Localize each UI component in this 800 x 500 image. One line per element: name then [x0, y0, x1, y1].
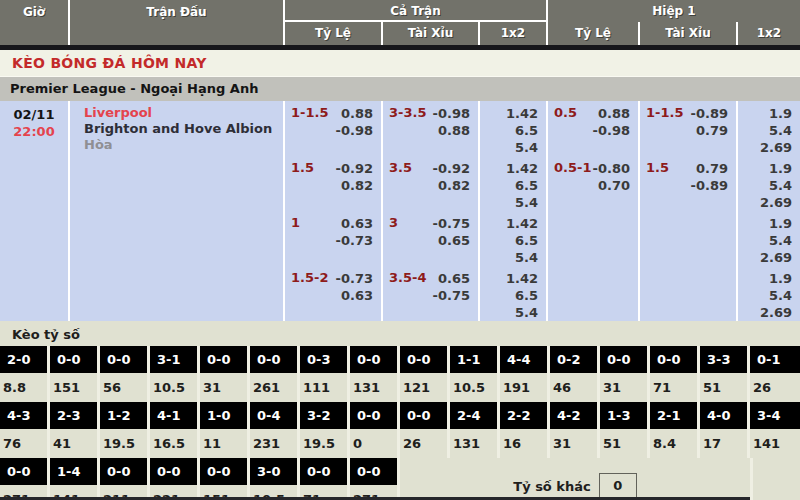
score-cell[interactable]: 0-071 [650, 346, 700, 402]
score-cell[interactable]: 0-0221 [150, 458, 200, 500]
score-cell[interactable]: 3-351 [700, 346, 750, 402]
score-cell[interactable]: 0-4231 [250, 402, 300, 458]
score-cell[interactable]: 2-18.4 [650, 402, 700, 458]
score-value[interactable]: 1-1 [450, 346, 497, 373]
score-cell[interactable]: 4-017 [700, 402, 750, 458]
h1-1x2-cell[interactable]: 1.95.42.69 [738, 156, 800, 211]
score-value[interactable]: 0-0 [350, 346, 397, 373]
h1-1x2-cell[interactable]: 1.95.42.69 [738, 266, 800, 321]
score-cell[interactable]: 4-116.5 [150, 402, 200, 458]
score-cell[interactable]: 0-031 [600, 346, 650, 402]
score-value[interactable]: 0-0 [100, 346, 147, 373]
score-value[interactable]: 0-0 [0, 458, 47, 485]
score-cell[interactable]: 1-219.5 [100, 402, 150, 458]
score-cell[interactable]: 2-08.8 [0, 346, 50, 402]
score-value[interactable]: 0-1 [750, 346, 800, 373]
score-cell[interactable]: 2-216 [500, 402, 550, 458]
h1-overunder-cell[interactable]: 1.50.79-0.89 [640, 156, 738, 211]
ft-1x2-cell[interactable]: 1.426.55.4 [480, 156, 548, 211]
score-cell[interactable]: 0-0131 [350, 346, 400, 402]
score-cell[interactable]: 0-0121 [400, 346, 450, 402]
h1-handicap-cell[interactable]: 0.50.88-0.98 [548, 101, 640, 156]
score-cell[interactable]: 0-0151 [200, 458, 250, 500]
score-value[interactable]: 2-0 [0, 346, 47, 373]
score-cell[interactable]: 1-110.5 [450, 346, 500, 402]
score-value[interactable]: 0-0 [100, 458, 147, 485]
score-value[interactable]: 0-0 [200, 458, 247, 485]
score-cell[interactable]: 1-4141 [50, 458, 100, 500]
score-value[interactable]: 0-0 [600, 346, 647, 373]
score-value[interactable]: 0-4 [250, 402, 297, 429]
score-cell[interactable]: 4-231 [550, 402, 600, 458]
score-value[interactable]: 2-1 [650, 402, 697, 429]
score-value[interactable]: 2-2 [500, 402, 547, 429]
score-value[interactable]: 4-2 [550, 402, 597, 429]
away-team[interactable]: Brighton and Hove Albion [84, 121, 283, 137]
score-value[interactable]: 0-0 [400, 346, 447, 373]
score-cell[interactable]: 0-0271 [350, 458, 400, 500]
score-value[interactable]: 0-0 [250, 346, 297, 373]
score-value[interactable]: 0-0 [650, 346, 697, 373]
score-cell[interactable]: 0-3111 [300, 346, 350, 402]
score-value[interactable]: 1-3 [600, 402, 647, 429]
score-value[interactable]: 3-3 [700, 346, 747, 373]
score-cell[interactable]: 0-0211 [100, 458, 150, 500]
score-cell[interactable]: 0-026 [400, 402, 450, 458]
h1-1x2-cell[interactable]: 1.95.42.69 [738, 211, 800, 266]
score-value[interactable]: 4-3 [0, 402, 47, 429]
ft-overunder-cell[interactable]: 3.5-0.920.82 [383, 156, 480, 211]
score-value[interactable]: 3-0 [250, 458, 297, 485]
score-value[interactable]: 0-0 [50, 346, 97, 373]
score-value[interactable]: 4-0 [700, 402, 747, 429]
score-value[interactable]: 3-4 [750, 402, 800, 429]
score-value[interactable]: 1-2 [100, 402, 147, 429]
score-value[interactable]: 2-4 [450, 402, 497, 429]
score-value[interactable]: 0-0 [350, 458, 397, 485]
score-cell[interactable]: 4-4191 [500, 346, 550, 402]
score-cell[interactable]: 2-341 [50, 402, 100, 458]
score-cell[interactable]: 0-0151 [50, 346, 100, 402]
ft-handicap-cell[interactable]: 1.5-2-0.730.63 [285, 266, 383, 321]
score-value[interactable]: 3-1 [150, 346, 197, 373]
score-cell[interactable]: 0-00 [350, 402, 400, 458]
ft-handicap-cell[interactable]: 1-1.50.88-0.98 [285, 101, 383, 156]
score-value[interactable]: 4-4 [500, 346, 547, 373]
score-cell[interactable]: 0-056 [100, 346, 150, 402]
score-cell[interactable]: 3-219.5 [300, 402, 350, 458]
score-cell[interactable]: 1-011 [200, 402, 250, 458]
ft-handicap-cell[interactable]: 1.5-0.920.82 [285, 156, 383, 211]
score-cell[interactable]: 3-110.5 [150, 346, 200, 402]
ft-1x2-cell[interactable]: 1.426.55.4 [480, 211, 548, 266]
league-header[interactable]: Premier League - Ngoại Hạng Anh [0, 76, 800, 101]
score-value[interactable]: 0-0 [350, 402, 397, 429]
score-cell[interactable]: 4-376 [0, 402, 50, 458]
score-cell[interactable]: 0-071 [300, 458, 350, 500]
ft-overunder-cell[interactable]: 3-3.5-0.980.88 [383, 101, 480, 156]
ft-handicap-cell[interactable]: 10.63-0.73 [285, 211, 383, 266]
score-value[interactable]: 0-0 [400, 402, 447, 429]
score-value[interactable]: 3-2 [300, 402, 347, 429]
score-value[interactable]: 1-4 [50, 458, 97, 485]
home-team[interactable]: Liverpool [84, 105, 283, 121]
h1-handicap-cell[interactable]: 0.5-1-0.800.70 [548, 156, 640, 211]
score-cell[interactable]: 3-010.5 [250, 458, 300, 500]
ft-overunder-cell[interactable]: 3-0.750.65 [383, 211, 480, 266]
score-value[interactable]: 0-0 [200, 346, 247, 373]
score-cell[interactable]: 3-4141 [750, 402, 800, 458]
ft-1x2-cell[interactable]: 1.426.55.4 [480, 266, 548, 321]
score-cell[interactable]: 0-0261 [250, 346, 300, 402]
score-value[interactable]: 0-0 [300, 458, 347, 485]
ft-overunder-cell[interactable]: 3.5-40.65-0.75 [383, 266, 480, 321]
score-cell[interactable]: 0-246 [550, 346, 600, 402]
score-cell[interactable]: 0-126 [750, 346, 800, 402]
score-cell[interactable]: 0-031 [200, 346, 250, 402]
score-value[interactable]: 1-0 [200, 402, 247, 429]
score-value[interactable]: 0-0 [150, 458, 197, 485]
h1-overunder-cell[interactable]: 1-1.5-0.890.79 [640, 101, 738, 156]
score-value[interactable]: 4-1 [150, 402, 197, 429]
score-value[interactable]: 0-2 [550, 346, 597, 373]
h1-1x2-cell[interactable]: 1.95.42.69 [738, 101, 800, 156]
score-cell[interactable]: 1-351 [600, 402, 650, 458]
score-value[interactable]: 2-3 [50, 402, 97, 429]
score-value[interactable]: 0-3 [300, 346, 347, 373]
